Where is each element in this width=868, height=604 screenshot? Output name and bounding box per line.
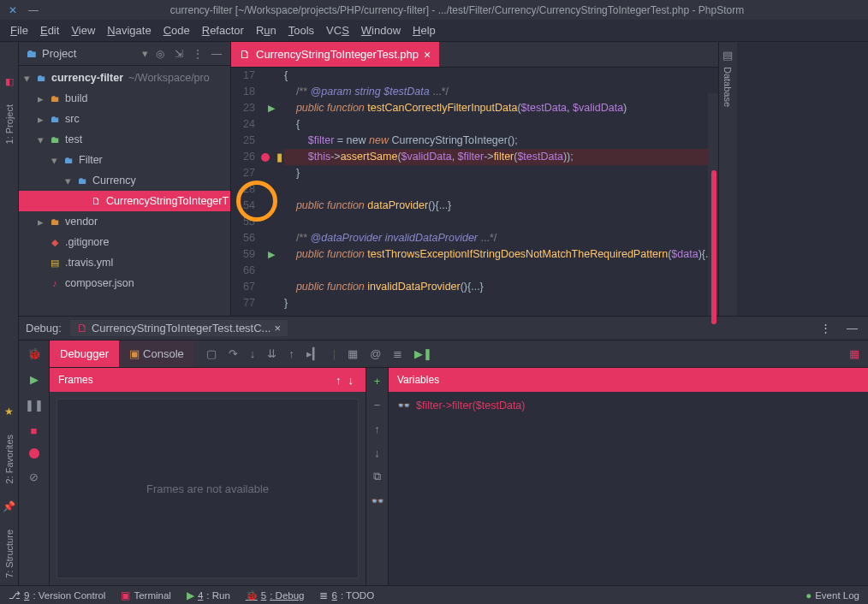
watch-icon[interactable]: ≣ — [393, 347, 402, 360]
variables-title: Variables — [397, 374, 439, 386]
menu-refactor[interactable]: Refactor — [197, 22, 249, 38]
layout-icon[interactable]: ▦ — [849, 347, 868, 360]
database-tool-icon[interactable]: ▤ — [722, 49, 733, 62]
mute-breakpoints-icon[interactable]: ⊘ — [27, 469, 42, 484]
tree-test[interactable]: ▾🖿test — [19, 129, 230, 150]
step-out-icon[interactable]: ↑ — [288, 347, 294, 360]
tree-filter[interactable]: ▾🖿Filter — [19, 150, 230, 170]
close-tab-icon[interactable]: × — [424, 48, 431, 62]
evaluate-icon[interactable]: ▦ — [348, 347, 358, 360]
menubar: File Edit View Navigate Code Refactor Ru… — [0, 20, 868, 42]
tree-root[interactable]: ▾🖿 currency-filter ~/Workspace/pro — [19, 68, 230, 88]
tab-console[interactable]: ▣ Console — [119, 340, 194, 367]
step-over-icon[interactable]: ↷ — [229, 347, 238, 360]
tree-testfile[interactable]: 🗋CurrencyStringToIntegerT — [19, 191, 230, 211]
status-eventlog[interactable]: ● Event Log — [806, 590, 859, 601]
frames-panel: Frames ↑ ↓ Frames are not available — [50, 368, 366, 585]
sidebar-item-favorites[interactable]: 2: Favorites — [4, 435, 15, 483]
locate-icon[interactable]: ◎ — [153, 48, 167, 60]
debug-bug-icon[interactable]: 🐞 — [27, 346, 42, 361]
code-area[interactable]: 1718 2324 2526 2728 5455 5659 6667 77 ▶ … — [231, 68, 718, 316]
collapse-icon[interactable]: ⇲ — [172, 48, 186, 60]
debug-session-tab[interactable]: 🗋 CurrencyStringToIntegerTest.testC... × — [70, 320, 288, 336]
status-debug[interactable]: 🐞 5: Debug — [246, 589, 305, 601]
add-watch-icon[interactable]: + — [370, 373, 385, 388]
debug-session-label: CurrencyStringToIntegerTest.testC... — [92, 322, 271, 335]
tree-currency[interactable]: ▾🖿Currency — [19, 170, 230, 191]
menu-edit[interactable]: Edit — [35, 22, 64, 38]
window-title: currency-filter [~/Workspace/projects/PH… — [46, 4, 868, 16]
show-exec-icon[interactable]: ▢ — [206, 347, 217, 360]
watch-expression[interactable]: $filter->filter($testData) — [416, 400, 525, 412]
right-tool-gutter: ▤ Database — [718, 42, 737, 316]
copy-icon[interactable]: ⧉ — [370, 469, 385, 484]
project-tree[interactable]: ▾🖿 currency-filter ~/Workspace/pro ▸🖿bui… — [19, 66, 230, 316]
sidebar-item-project[interactable]: 1: Project — [4, 104, 15, 144]
stop-icon[interactable]: ■ — [27, 423, 42, 438]
pause-icon[interactable]: ❚❚ — [27, 397, 42, 412]
terminal-icon: ▣ — [121, 589, 130, 601]
menu-code[interactable]: Code — [158, 22, 195, 38]
tab-debugger[interactable]: Debugger — [50, 340, 119, 367]
code-lines[interactable]: { /** @param string $testData ...*/ publ… — [284, 68, 718, 316]
window-close-icon[interactable]: ✕ — [7, 4, 19, 16]
tree-vendor[interactable]: ▸🖿vendor — [19, 211, 230, 232]
resume-icon[interactable]: ▶ — [27, 371, 42, 387]
menu-help[interactable]: Help — [407, 22, 441, 38]
left-tool-gutter: ◧ 1: Project — [0, 42, 19, 316]
run-gutter-icon[interactable]: ▶ — [268, 103, 275, 114]
hide-icon[interactable]: — — [210, 48, 223, 60]
variables-header: Variables — [389, 368, 868, 392]
variables-body[interactable]: 👓$filter->filter($testData) — [389, 392, 868, 585]
remove-watch-icon[interactable]: − — [370, 397, 385, 412]
tree-build[interactable]: ▸🖿build — [19, 88, 230, 109]
sidebar-item-database[interactable]: Database — [722, 62, 733, 107]
status-terminal[interactable]: ▣ Terminal — [121, 589, 170, 601]
tree-gitignore[interactable]: ◆.gitignore — [19, 232, 230, 252]
project-panel-title[interactable]: Project — [42, 47, 137, 60]
menu-tools[interactable]: Tools — [283, 22, 319, 38]
scrollbar-thumb[interactable] — [711, 170, 716, 324]
tree-src[interactable]: ▸🖿src — [19, 109, 230, 129]
project-tool-icon[interactable]: ◧ — [5, 76, 14, 87]
menu-run[interactable]: Run — [251, 22, 282, 38]
sidebar-item-structure[interactable]: 7: Structure — [4, 530, 15, 578]
resume-program-icon[interactable]: ▶❚ — [414, 347, 432, 360]
ok-icon: ● — [806, 590, 812, 601]
menu-navigate[interactable]: Navigate — [102, 22, 156, 38]
status-run[interactable]: ▶ 4: Run — [187, 589, 230, 601]
settings-icon[interactable]: ⋮ — [191, 48, 205, 60]
debug-settings-icon[interactable]: ⋮ — [817, 322, 835, 335]
tree-composer[interactable]: ♪composer.json — [19, 273, 230, 293]
status-vcs[interactable]: ⎇ 9: Version Control — [9, 589, 105, 601]
run-gutter-icon[interactable]: ▶ — [268, 249, 275, 260]
close-icon[interactable]: × — [274, 322, 281, 335]
menu-file[interactable]: File — [5, 22, 33, 38]
view-breakpoints-icon[interactable] — [29, 448, 39, 459]
bookmark-icon[interactable]: ▮ — [276, 151, 282, 163]
menu-window[interactable]: Window — [356, 22, 406, 38]
frames-down-icon[interactable]: ↓ — [345, 374, 358, 387]
menu-view[interactable]: View — [66, 22, 100, 38]
gutter-icons[interactable]: ▶ ▮ ▶ — [259, 68, 284, 316]
editor-scrollbar[interactable] — [708, 93, 718, 316]
status-todo[interactable]: ≣ 6: TODO — [319, 589, 374, 601]
menu-vcs[interactable]: VCS — [321, 22, 354, 38]
debug-icon: 🐞 — [246, 589, 258, 601]
console-icon: ▣ — [129, 347, 140, 360]
force-step-into-icon[interactable]: ⇊ — [267, 347, 276, 360]
breakpoint-icon[interactable] — [261, 153, 270, 162]
move-up-icon[interactable]: ↑ — [370, 421, 385, 436]
move-down-icon[interactable]: ↓ — [370, 445, 385, 460]
frames-up-icon[interactable]: ↑ — [332, 374, 345, 387]
at-icon[interactable]: @ — [370, 347, 381, 360]
tree-travis[interactable]: ▤.travis.yml — [19, 252, 230, 273]
run-to-cursor-icon[interactable]: ▸▎ — [306, 347, 321, 360]
project-folder-icon: 🖿 — [26, 47, 37, 60]
line-number-gutter: 1718 2324 2526 2728 5455 5659 6667 77 — [231, 68, 259, 316]
step-into-icon[interactable]: ↓ — [250, 347, 256, 360]
window-minimize-icon[interactable]: — — [27, 4, 39, 16]
editor-tab-active[interactable]: 🗋 CurrencyStringToIntegerTest.php × — [231, 42, 439, 67]
glasses-icon[interactable]: 👓 — [370, 493, 385, 508]
debug-hide-icon[interactable]: — — [843, 322, 861, 335]
